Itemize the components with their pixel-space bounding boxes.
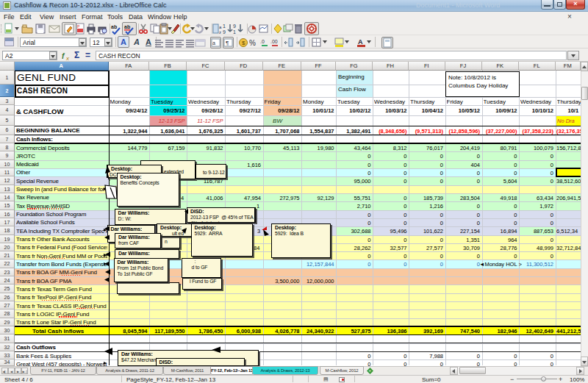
svg-text:z: z	[219, 30, 221, 35]
svg-text:%: %	[249, 39, 256, 47]
svg-text:.0: .0	[260, 39, 265, 44]
svg-text:9: 9	[233, 24, 236, 29]
svg-text:x: x	[65, 55, 70, 62]
svg-text:¶: ¶	[226, 40, 229, 46]
svg-text:ab: ab	[124, 24, 130, 29]
svg-text:A: A	[358, 38, 363, 46]
svg-text:9: 9	[223, 29, 226, 35]
svg-text:.00: .00	[270, 39, 278, 44]
svg-text:1: 1	[223, 24, 226, 29]
svg-text:$: $	[242, 40, 245, 46]
svg-text:a: a	[219, 25, 222, 29]
svg-text:a: a	[212, 40, 215, 46]
svg-text:f: f	[62, 52, 65, 60]
svg-text:ab: ab	[111, 24, 117, 29]
svg-text:1: 1	[233, 29, 236, 35]
